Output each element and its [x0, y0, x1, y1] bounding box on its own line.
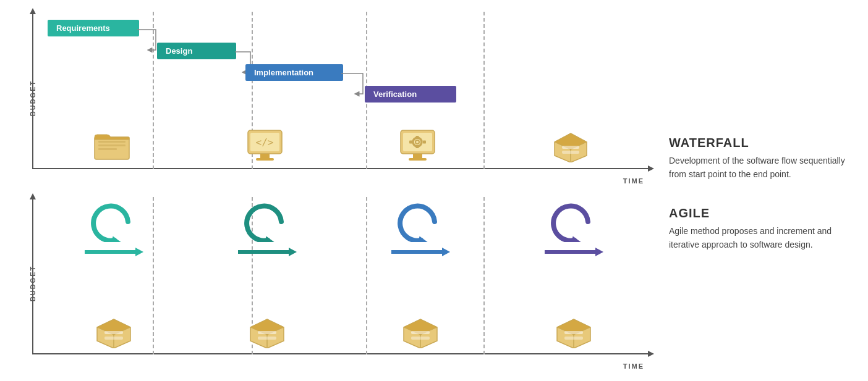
agile-y-label: BUDGET [29, 265, 36, 301]
svg-rect-50 [411, 337, 430, 340]
svg-rect-25 [562, 146, 579, 149]
phase-requirements: Requirements [48, 20, 139, 36]
agile-iteration-1 [37, 197, 190, 351]
svg-rect-58 [564, 337, 583, 340]
wf-icon-verification [495, 127, 648, 164]
circular-arrow-1 [91, 202, 137, 242]
waterfall-title: WATERFALL [669, 136, 854, 150]
horiz-arrow-2 [238, 246, 297, 258]
svg-rect-49 [411, 331, 430, 334]
agile-iteration-3 [344, 197, 497, 351]
wf-icon-requirements [35, 127, 189, 164]
agile-arrow-group-1 [85, 202, 143, 258]
svg-rect-34 [104, 337, 123, 340]
agile-x-label: TIME [623, 362, 644, 370]
agile-section: BUDGET TIME [14, 194, 657, 373]
agile-arrow-group-4 [545, 202, 603, 258]
svg-rect-42 [258, 337, 276, 340]
agile-arrow-group-3 [391, 202, 450, 258]
waterfall-icons-row: </> [35, 127, 647, 164]
svg-rect-20 [413, 154, 422, 159]
agile-iteration-4 [497, 197, 650, 351]
agile-iteration-2 [190, 197, 344, 351]
agile-legend: AGILE Agile method proposes and incremen… [669, 206, 854, 252]
waterfall-x-label: TIME [623, 177, 644, 185]
wf-icon-implementation [341, 127, 495, 164]
main-container: BUDGET TIME Requirements [14, 9, 854, 373]
phase-verification: Verification [365, 86, 456, 103]
circular-arrow-3 [398, 202, 444, 242]
svg-rect-57 [564, 331, 583, 334]
svg-marker-37 [289, 248, 297, 256]
circular-arrow-4 [551, 202, 597, 242]
horiz-arrow-4 [545, 246, 603, 258]
gear-monitor-icon [398, 127, 438, 164]
svg-rect-41 [258, 331, 276, 334]
svg-rect-18 [409, 140, 412, 143]
wf-icon-design: </> [189, 127, 342, 164]
svg-marker-45 [442, 248, 450, 256]
waterfall-y-label: BUDGET [29, 80, 36, 115]
svg-rect-21 [409, 158, 427, 161]
phase-design: Design [157, 43, 236, 59]
package-agile-4 [552, 316, 595, 348]
svg-rect-19 [423, 140, 426, 143]
waterfall-x-axis [32, 168, 650, 169]
svg-rect-33 [104, 331, 123, 334]
svg-rect-6 [98, 148, 117, 150]
svg-marker-53 [595, 248, 603, 256]
folder-icon [93, 128, 130, 162]
circular-arrow-2 [244, 202, 291, 242]
agile-arrow-group-2 [238, 202, 297, 258]
svg-rect-11 [256, 158, 274, 161]
svg-rect-10 [260, 154, 270, 159]
legend-area: WATERFALL Development of the software fl… [669, 9, 854, 373]
phase-implementation: Implementation [245, 64, 343, 81]
horiz-arrow-1 [85, 246, 143, 258]
svg-text:</>: </> [255, 136, 273, 148]
agile-description: Agile method proposes and increment and … [669, 224, 854, 252]
package-agile-2 [245, 316, 289, 348]
package-icon-wf [551, 128, 591, 162]
svg-rect-26 [562, 151, 579, 154]
monitor-icon: </> [245, 127, 285, 164]
svg-rect-16 [416, 136, 419, 139]
package-agile-3 [399, 316, 442, 348]
diagrams-area: BUDGET TIME Requirements [14, 9, 657, 373]
waterfall-section: BUDGET TIME Requirements [14, 9, 657, 188]
svg-rect-4 [98, 141, 126, 143]
agile-x-axis [32, 353, 650, 354]
svg-marker-29 [135, 248, 143, 256]
svg-point-15 [415, 140, 419, 144]
agile-iterations [37, 197, 650, 351]
svg-rect-5 [98, 144, 126, 146]
agile-title: AGILE [669, 206, 854, 220]
waterfall-legend: WATERFALL Development of the software fl… [669, 136, 854, 182]
svg-rect-17 [416, 145, 419, 148]
package-agile-1 [92, 316, 135, 348]
waterfall-description: Development of the software flow sequent… [669, 154, 854, 182]
horiz-arrow-3 [391, 246, 450, 258]
